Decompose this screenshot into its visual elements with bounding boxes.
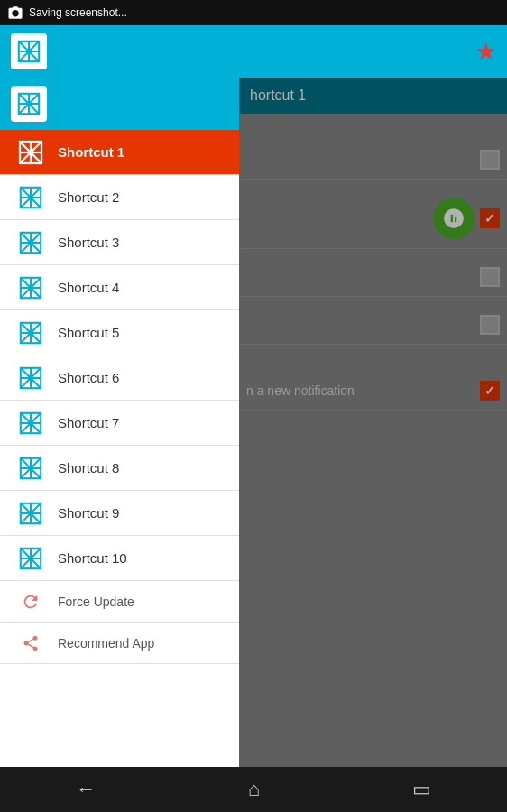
shortcut-10-icon <box>14 542 47 575</box>
logo-icon <box>16 39 41 64</box>
drawer-logo[interactable] <box>11 86 47 122</box>
bottom-bar: ← ⌂ ▭ <box>0 767 507 812</box>
force-update-icon <box>14 586 47 618</box>
drawer-item-shortcut-4[interactable]: Shortcut 4 <box>0 265 239 310</box>
shortcut-3-label: Shortcut 3 <box>58 235 119 250</box>
drawer-item-shortcut-9[interactable]: Shortcut 9 <box>0 491 239 536</box>
drawer-header <box>0 78 239 130</box>
shortcut-6-icon <box>14 362 47 394</box>
drawer-item-shortcut-6[interactable]: Shortcut 6 <box>0 355 239 401</box>
drawer-logo-icon <box>16 91 41 116</box>
status-bar-text: Saving screenshot... <box>29 6 127 19</box>
drawer-item-shortcut-10[interactable]: Shortcut 10 <box>0 536 239 581</box>
shortcut-2-label: Shortcut 2 <box>58 189 119 205</box>
main-content: hortcut 1 <box>0 78 507 767</box>
back-button[interactable]: ← <box>58 770 114 808</box>
recommend-app-icon <box>14 627 47 660</box>
shortcut-5-label: Shortcut 5 <box>58 325 119 340</box>
shortcut-7-label: Shortcut 7 <box>58 415 119 430</box>
shortcut-1-label: Shortcut 1 <box>58 144 124 160</box>
shortcut-2-icon <box>14 181 47 214</box>
app-logo[interactable] <box>11 33 47 69</box>
favorite-icon[interactable]: ★ <box>475 38 496 66</box>
shortcut-1-icon <box>14 136 47 169</box>
shortcut-4-icon <box>14 272 47 304</box>
shortcut-4-label: Shortcut 4 <box>58 280 119 295</box>
status-bar: Saving screenshot... <box>0 0 507 25</box>
shortcut-7-icon <box>14 407 47 439</box>
shortcut-6-label: Shortcut 6 <box>58 370 119 385</box>
drawer-item-shortcut-1[interactable]: Shortcut 1 <box>0 130 239 175</box>
drawer-item-shortcut-3[interactable]: Shortcut 3 <box>0 220 239 265</box>
home-button[interactable]: ⌂ <box>230 770 278 808</box>
shortcut-3-icon <box>14 226 47 259</box>
app-bar: ★ <box>0 25 507 78</box>
recents-button[interactable]: ▭ <box>394 770 449 808</box>
force-update-label: Force Update <box>58 595 134 609</box>
drawer-item-shortcut-8[interactable]: Shortcut 8 <box>0 446 239 491</box>
shortcut-9-icon <box>14 497 47 530</box>
nav-drawer: Shortcut 1 Shortcut 2 <box>0 78 239 767</box>
recommend-app-label: Recommend App <box>58 636 154 651</box>
shortcut-9-label: Shortcut 9 <box>58 505 119 521</box>
drawer-item-force-update[interactable]: Force Update <box>0 581 239 623</box>
shortcut-10-label: Shortcut 10 <box>58 550 127 566</box>
shortcut-8-label: Shortcut 8 <box>58 460 119 475</box>
drawer-item-shortcut-7[interactable]: Shortcut 7 <box>0 401 239 446</box>
screenshot-icon <box>7 5 23 21</box>
shortcut-5-icon <box>14 317 47 349</box>
shortcut-8-icon <box>14 452 47 484</box>
drawer-item-shortcut-2[interactable]: Shortcut 2 <box>0 175 239 220</box>
drawer-item-shortcut-5[interactable]: Shortcut 5 <box>0 310 239 355</box>
drawer-item-recommend-app[interactable]: Recommend App <box>0 623 239 664</box>
